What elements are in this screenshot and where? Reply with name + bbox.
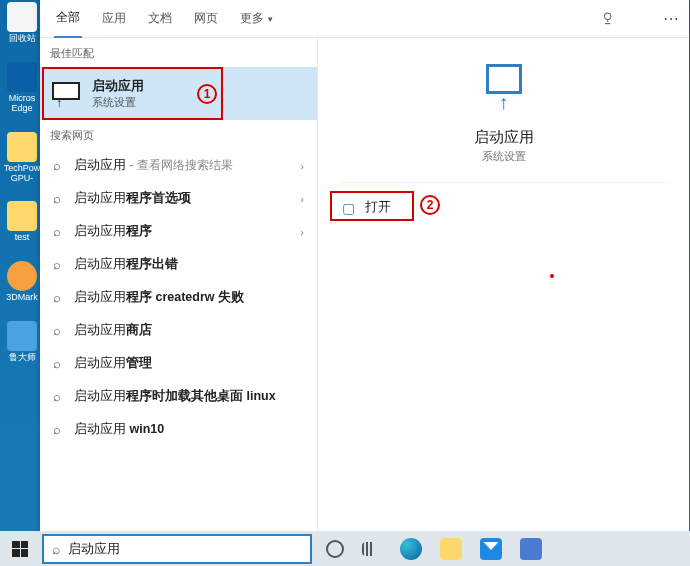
search-tabs: 全部 应用 文档 网页 更多▾ ⋯ [40,0,689,38]
chevron-down-icon: ▾ [268,14,273,24]
desktop-icon-label: test [15,233,30,243]
desktop-icon-recycle-bin[interactable]: 回收站 [2,2,42,44]
startup-apps-large-icon [486,64,522,94]
best-match-item[interactable]: ↑ 启动应用 系统设置 1 [40,67,317,120]
desktop-icon-edge[interactable]: Micros Edge [2,62,42,114]
web-result-item[interactable]: ⌕启动应用 win10 [40,413,317,446]
search-icon: ⌕ [50,224,64,239]
desktop-icon-techpowerup[interactable]: TechPow GPU- [2,132,42,184]
web-result-item[interactable]: ⌕启动应用程序时加载其他桌面 linux [40,380,317,413]
web-result-label: 启动应用程序 [74,223,152,240]
taskbar-explorer-icon[interactable] [440,538,462,560]
web-result-item[interactable]: ⌕启动应用程序 createdrw 失败 [40,281,317,314]
taskbar: ⌕ [0,531,690,566]
start-button[interactable] [0,531,40,566]
desktop-icon-label: 3DMark [6,293,38,303]
web-result-item[interactable]: ⌕启动应用程序› [40,215,317,248]
web-results-list: ⌕启动应用 - 查看网络搜索结果›⌕启动应用程序首选项›⌕启动应用程序›⌕启动应… [40,149,317,446]
desktop-icon-label: TechPow GPU- [2,164,42,184]
web-result-label: 启动应用程序首选项 [74,190,191,207]
details-title: 启动应用 [474,128,534,147]
search-icon: ⌕ [50,290,64,305]
task-view-icon[interactable] [362,542,382,556]
web-result-label: 启动应用商店 [74,322,152,339]
tab-web[interactable]: 网页 [192,0,220,37]
web-result-label: 启动应用管理 [74,355,152,372]
svg-point-0 [604,13,611,20]
web-result-item[interactable]: ⌕启动应用程序首选项› [40,182,317,215]
desktop-icon-label: 鲁大师 [9,353,36,363]
annotation-number-1: 1 [197,84,217,104]
tab-more[interactable]: 更多▾ [238,0,275,37]
arrow-up-icon: ↑ [499,91,509,114]
best-match-title: 启动应用 [92,77,144,95]
search-icon: ⌕ [50,257,64,272]
desktop-icon-ludashi[interactable]: 鲁大师 [2,321,42,363]
open-icon: ▢ [342,200,355,216]
search-icon: ⌕ [50,158,64,173]
search-icon: ⌕ [50,356,64,371]
best-match-subtitle: 系统设置 [92,95,144,110]
chevron-right-icon: › [297,226,307,238]
options-icon[interactable]: ⋯ [663,9,679,28]
chevron-right-icon: › [297,193,307,205]
section-web: 搜索网页 [40,120,317,149]
tab-apps[interactable]: 应用 [100,0,128,37]
details-subtitle: 系统设置 [482,149,526,164]
desktop-icon-label: Micros Edge [2,94,42,114]
desktop-icon-test[interactable]: test [2,201,42,243]
details-pane: ↑ 启动应用 系统设置 ▢ 打开 2 [318,38,689,531]
startup-apps-icon: ↑ [52,82,80,106]
web-result-item[interactable]: ⌕启动应用商店 [40,314,317,347]
web-result-label: 启动应用程序出错 [74,256,178,273]
taskbar-app-icon[interactable] [520,538,542,560]
web-result-label: 启动应用 - 查看网络搜索结果 [74,157,233,174]
search-icon: ⌕ [50,323,64,338]
search-input[interactable] [68,541,302,556]
desktop-icon-label: 回收站 [9,34,36,44]
web-result-item[interactable]: ⌕启动应用程序出错 [40,248,317,281]
web-result-item[interactable]: ⌕启动应用管理 [40,347,317,380]
web-result-item[interactable]: ⌕启动应用 - 查看网络搜索结果› [40,149,317,182]
search-icon: ⌕ [50,422,64,437]
search-panel: 全部 应用 文档 网页 更多▾ ⋯ 最佳匹配 ↑ 启动应用 系统设置 1 搜索网… [40,0,689,531]
search-icon: ⌕ [52,541,60,557]
divider [340,182,666,183]
taskbar-mail-icon[interactable] [480,538,502,560]
tab-all[interactable]: 全部 [54,0,82,38]
tab-more-label: 更多 [240,10,264,27]
taskbar-edge-icon[interactable] [400,538,422,560]
feedback-icon[interactable] [601,11,617,27]
tab-documents[interactable]: 文档 [146,0,174,37]
taskbar-search[interactable]: ⌕ [42,534,312,564]
annotation-number-2: 2 [420,195,440,215]
results-column: 最佳匹配 ↑ 启动应用 系统设置 1 搜索网页 ⌕启动应用 - 查看网络搜索结果… [40,38,318,531]
search-icon: ⌕ [50,389,64,404]
web-result-label: 启动应用程序时加载其他桌面 linux [74,388,276,405]
web-result-label: 启动应用程序 createdrw 失败 [74,289,244,306]
desktop-icon-3dmark[interactable]: 3DMark [2,261,42,303]
search-icon: ⌕ [50,191,64,206]
open-button[interactable]: ▢ 打开 2 [332,193,401,222]
section-best-match: 最佳匹配 [40,38,317,67]
windows-logo-icon [12,541,28,557]
chevron-right-icon: › [297,160,307,172]
desktop-icons: 回收站 Micros Edge TechPow GPU- test 3DMark… [2,2,44,363]
open-label: 打开 [365,199,391,216]
annotation-dot [550,274,554,278]
web-result-label: 启动应用 win10 [74,421,164,438]
cortana-icon[interactable] [326,540,344,558]
